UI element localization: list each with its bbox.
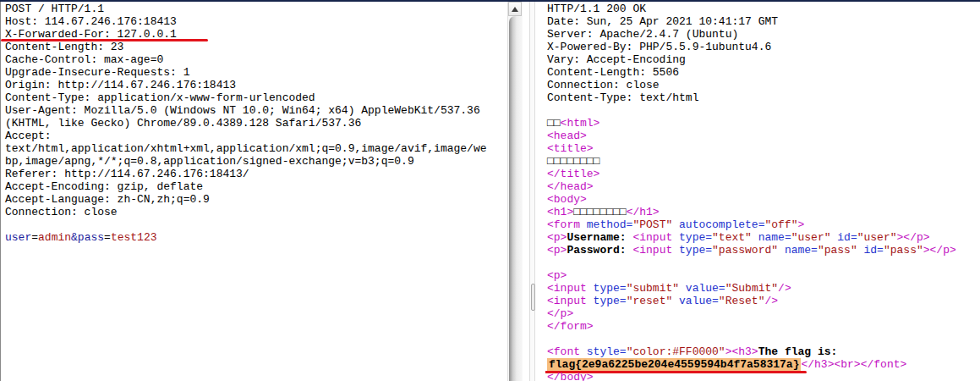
code-segment: User-Agent: Mozilla/5.0 (Windows NT 10.0…: [5, 104, 480, 117]
code-line: <p>Password: <input type="password" name…: [547, 244, 980, 257]
code-segment: user: [5, 231, 31, 244]
code-segment: </h1>: [627, 206, 660, 218]
code-line: HTTP/1.1 200 OK: [547, 3, 980, 15]
flag-text: flag{2e9a6225be204e4559594b4f7a58317a}: [547, 358, 801, 371]
code-line: </p>: [547, 307, 980, 320]
code-line: X-Forwarded-For: 127.0.0.1: [5, 28, 507, 41]
code-segment: <head>: [547, 130, 587, 142]
code-line: Content-Length: 5506: [547, 66, 980, 79]
code-segment: <input: [547, 295, 594, 307]
code-segment: Connection: close: [547, 79, 660, 91]
code-segment: id=: [864, 244, 884, 257]
scroll-up-button[interactable]: [508, 2, 522, 16]
code-line: Upgrade-Insecure-Requests: 1: [5, 66, 507, 79]
code-line: [547, 257, 980, 269]
code-line: [547, 333, 980, 345]
code-line: Origin: http://114.67.246.176:18413: [5, 79, 507, 91]
code-segment: Upgrade-Insecure-Requests: 1: [5, 66, 189, 79]
code-segment: Connection: close: [5, 206, 118, 218]
code-segment: </body>: [547, 371, 594, 381]
code-segment: "user": [857, 231, 897, 244]
code-segment: "off": [764, 218, 797, 231]
code-line: </form>: [547, 320, 980, 333]
code-segment: Cache-Control: max-age=0: [5, 53, 163, 66]
code-segment: value=: [679, 295, 719, 307]
code-segment: POST / HTTP/1.1: [5, 3, 104, 15]
code-segment: HTTP/1.1 200 OK: [547, 3, 646, 15]
code-line: <head>: [547, 130, 980, 142]
code-line: <font style="color:#FF0000"><h3>The flag…: [547, 345, 980, 358]
code-segment: Date: Sun, 25 Apr 2021 10:41:17 GMT: [547, 15, 778, 28]
code-segment: Host: 114.67.246.176:18413: [5, 15, 177, 28]
code-segment: >: [797, 218, 804, 231]
code-line: <h1>□□□□□□□□</h1>: [547, 206, 980, 218]
code-line: POST / HTTP/1.1: [5, 3, 507, 15]
code-segment: <font: [547, 345, 587, 358]
code-segment: "POST": [632, 218, 672, 231]
code-line: Host: 114.67.246.176:18413: [5, 15, 507, 28]
code-line: <p>Username: <input type="text" name="us…: [547, 231, 980, 244]
response-viewer-pane[interactable]: HTTP/1.1 200 OKDate: Sun, 25 Apr 2021 10…: [545, 2, 980, 381]
code-segment: <p>: [547, 244, 567, 257]
pane-splitter[interactable]: [529, 2, 535, 381]
code-segment: admin: [38, 231, 71, 244]
code-segment: test123: [111, 231, 157, 244]
code-line: <input type="reset" value="Reset"/>: [547, 295, 980, 307]
code-segment: Content-Length: 5506: [547, 66, 679, 79]
code-segment: "Submit": [725, 282, 778, 295]
code-segment: name=: [785, 244, 818, 257]
code-segment: &: [71, 231, 78, 244]
code-segment: </h3>: [801, 358, 834, 371]
code-line: <title>: [547, 142, 980, 155]
code-segment: autocomplete=: [679, 218, 764, 231]
code-line: </body>: [547, 371, 980, 381]
code-segment: style=: [587, 345, 627, 358]
code-line: flag{2e9a6225be204e4559594b4f7a58317a}</…: [547, 358, 980, 371]
code-segment: />: [764, 295, 778, 307]
code-segment: "user": [791, 231, 831, 244]
code-segment: <html>: [561, 117, 600, 130]
code-segment: Password:: [567, 244, 632, 257]
code-segment: "color:#FF0000": [627, 345, 725, 358]
code-segment: □□: [547, 117, 561, 130]
code-line: <body>: [547, 193, 980, 206]
splitter-grip-icon: [531, 284, 535, 311]
request-editor-pane[interactable]: POST / HTTP/1.1Host: 114.67.246.176:1841…: [0, 2, 507, 381]
code-line: X-Powered-By: PHP/5.5.9-1ubuntu4.6: [547, 41, 980, 53]
code-segment: [778, 244, 785, 257]
code-segment: "submit": [627, 282, 679, 295]
code-segment: <body>: [547, 193, 587, 206]
code-segment: <p>: [547, 269, 567, 282]
code-line: [547, 104, 980, 117]
code-segment: bp,image/apng,*/*;q=0.8,application/sign…: [5, 155, 414, 168]
code-segment: <input: [632, 244, 679, 257]
code-line: Date: Sun, 25 Apr 2021 10:41:17 GMT: [547, 15, 980, 28]
scrollbar-thumb[interactable]: [509, 16, 522, 381]
code-line: Accept-Encoding: gzip, deflate: [5, 180, 507, 193]
code-segment: </head>: [547, 180, 594, 193]
code-segment: text/html,application/xhtml+xml,applicat…: [5, 142, 487, 155]
code-segment: "Reset": [719, 295, 765, 307]
code-line: Connection: close: [547, 79, 980, 91]
code-segment: "text": [712, 231, 752, 244]
code-segment: Accept-Language: zh-CN,zh;q=0.9: [5, 193, 210, 206]
code-segment: "pass": [884, 244, 923, 257]
code-segment: <title>: [547, 142, 594, 155]
code-segment: type=: [679, 231, 712, 244]
code-segment: [752, 231, 758, 244]
code-segment: Content-Type: application/x-www-form-url…: [5, 91, 315, 104]
code-line: <p>: [547, 269, 980, 282]
code-line: □□<html>: [547, 117, 980, 130]
code-segment: </p>: [903, 231, 929, 244]
code-segment: [857, 244, 864, 257]
code-segment: </font>: [861, 358, 907, 371]
code-line: </head>: [547, 180, 980, 193]
code-line: Content-Length: 23: [5, 41, 507, 53]
code-segment: type=: [679, 244, 712, 257]
code-line: □□□□□□□□: [547, 155, 980, 168]
code-line: User-Agent: Mozilla/5.0 (Windows NT 10.0…: [5, 104, 507, 117]
code-line: [5, 218, 507, 231]
code-segment: Vary: Accept-Encoding: [547, 53, 686, 66]
request-scrollbar[interactable]: [507, 2, 523, 381]
code-line: Connection: close: [5, 206, 507, 218]
